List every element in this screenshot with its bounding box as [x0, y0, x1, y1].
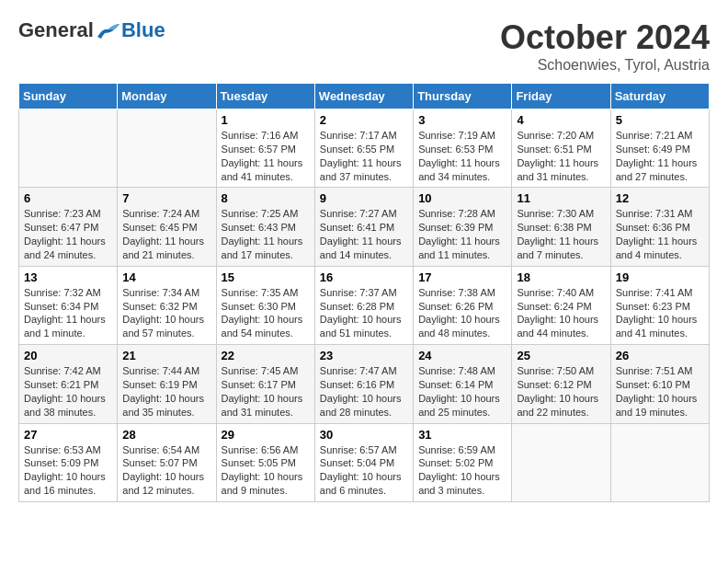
day-number: 25 — [517, 349, 605, 362]
day-number: 29 — [222, 428, 310, 442]
day-number: 28 — [122, 428, 210, 442]
sunset-text: Sunset: 6:49 PM — [616, 143, 704, 156]
calendar-cell: 13Sunrise: 7:32 AMSunset: 6:34 PMDayligh… — [19, 266, 118, 344]
sunrise-text: Sunrise: 7:37 AM — [320, 286, 408, 300]
day-info: Sunrise: 7:50 AMSunset: 6:12 PMDaylight:… — [517, 364, 605, 419]
page-header: General Blue October 2024 Schoenwies, Ty… — [18, 18, 710, 74]
sunset-text: Sunset: 6:32 PM — [122, 300, 210, 314]
sunrise-text: Sunrise: 7:25 AM — [222, 207, 310, 221]
daylight-text: Daylight: 10 hours and 44 minutes. — [517, 313, 605, 340]
day-info: Sunrise: 7:27 AMSunset: 6:41 PMDaylight:… — [320, 207, 408, 261]
calendar-week-row: 6Sunrise: 7:23 AMSunset: 6:47 PMDaylight… — [19, 188, 710, 266]
sunrise-text: Sunrise: 7:28 AM — [418, 207, 506, 221]
sunrise-text: Sunrise: 7:47 AM — [320, 364, 408, 378]
calendar-cell — [512, 423, 610, 501]
calendar-cell: 19Sunrise: 7:41 AMSunset: 6:23 PMDayligh… — [610, 266, 709, 344]
calendar-cell: 18Sunrise: 7:40 AMSunset: 6:24 PMDayligh… — [512, 266, 610, 344]
daylight-text: Daylight: 10 hours and 16 minutes. — [24, 470, 112, 498]
calendar-cell: 25Sunrise: 7:50 AMSunset: 6:12 PMDayligh… — [512, 345, 610, 423]
calendar-cell — [19, 109, 118, 188]
calendar-header-row: SundayMondayTuesdayWednesdayThursdayFrid… — [19, 84, 710, 109]
sunrise-text: Sunrise: 6:54 AM — [122, 443, 210, 457]
day-number: 21 — [122, 349, 210, 362]
day-info: Sunrise: 7:40 AMSunset: 6:24 PMDaylight:… — [517, 286, 605, 340]
calendar-cell: 9Sunrise: 7:27 AMSunset: 6:41 PMDaylight… — [314, 188, 413, 266]
sunset-text: Sunset: 5:09 PM — [24, 456, 112, 470]
sunset-text: Sunset: 6:10 PM — [616, 378, 704, 392]
sunrise-text: Sunrise: 7:44 AM — [122, 364, 210, 378]
day-info: Sunrise: 7:34 AMSunset: 6:32 PMDaylight:… — [122, 286, 210, 340]
daylight-text: Daylight: 11 hours and 27 minutes. — [616, 156, 704, 184]
calendar-cell: 3Sunrise: 7:19 AMSunset: 6:53 PMDaylight… — [414, 109, 512, 188]
sunrise-text: Sunrise: 7:45 AM — [222, 364, 310, 378]
day-info: Sunrise: 7:37 AMSunset: 6:28 PMDaylight:… — [320, 286, 408, 340]
sunrise-text: Sunrise: 7:19 AM — [418, 129, 506, 143]
logo-bird-icon — [96, 20, 121, 40]
sunset-text: Sunset: 6:28 PM — [320, 300, 408, 314]
title-section: October 2024 Schoenwies, Tyrol, Austria — [500, 18, 710, 74]
calendar-cell: 27Sunrise: 6:53 AMSunset: 5:09 PMDayligh… — [19, 423, 118, 501]
calendar-cell: 21Sunrise: 7:44 AMSunset: 6:19 PMDayligh… — [118, 345, 216, 423]
sunrise-text: Sunrise: 6:53 AM — [24, 443, 112, 457]
day-number: 1 — [222, 113, 310, 127]
sunset-text: Sunset: 5:02 PM — [418, 456, 506, 470]
sunrise-text: Sunrise: 7:42 AM — [24, 364, 112, 378]
daylight-text: Daylight: 10 hours and 48 minutes. — [418, 313, 506, 340]
day-info: Sunrise: 6:56 AMSunset: 5:05 PMDaylight:… — [222, 443, 310, 498]
logo-blue-text: Blue — [121, 18, 165, 42]
daylight-text: Daylight: 10 hours and 38 minutes. — [24, 392, 112, 419]
day-number: 8 — [222, 191, 310, 205]
day-number: 12 — [616, 191, 704, 205]
calendar-cell: 5Sunrise: 7:21 AMSunset: 6:49 PMDaylight… — [610, 109, 709, 188]
calendar-cell: 24Sunrise: 7:48 AMSunset: 6:14 PMDayligh… — [414, 345, 512, 423]
sunset-text: Sunset: 6:14 PM — [418, 378, 506, 392]
sunrise-text: Sunrise: 7:16 AM — [222, 129, 310, 143]
sunset-text: Sunset: 5:07 PM — [122, 456, 210, 470]
day-info: Sunrise: 7:45 AMSunset: 6:17 PMDaylight:… — [222, 364, 310, 419]
daylight-text: Daylight: 10 hours and 9 minutes. — [222, 470, 310, 498]
day-info: Sunrise: 7:24 AMSunset: 6:45 PMDaylight:… — [122, 207, 210, 261]
day-header-friday: Friday — [512, 84, 610, 109]
sunset-text: Sunset: 6:36 PM — [616, 221, 704, 235]
logo: General Blue — [18, 18, 165, 42]
day-info: Sunrise: 7:35 AMSunset: 6:30 PMDaylight:… — [222, 286, 310, 340]
daylight-text: Daylight: 10 hours and 28 minutes. — [320, 392, 408, 419]
day-number: 20 — [24, 349, 112, 362]
daylight-text: Daylight: 10 hours and 12 minutes. — [122, 470, 210, 498]
calendar-week-row: 20Sunrise: 7:42 AMSunset: 6:21 PMDayligh… — [19, 345, 710, 423]
day-number: 27 — [24, 428, 112, 442]
sunrise-text: Sunrise: 7:34 AM — [122, 286, 210, 300]
day-number: 17 — [418, 270, 506, 284]
sunrise-text: Sunrise: 7:27 AM — [320, 207, 408, 221]
day-info: Sunrise: 6:54 AMSunset: 5:07 PMDaylight:… — [122, 443, 210, 498]
month-title: October 2024 — [500, 18, 710, 57]
day-number: 14 — [122, 270, 210, 284]
sunrise-text: Sunrise: 7:35 AM — [222, 286, 310, 300]
sunset-text: Sunset: 6:34 PM — [24, 300, 112, 314]
daylight-text: Daylight: 10 hours and 25 minutes. — [418, 392, 506, 419]
day-number: 24 — [418, 349, 506, 362]
day-info: Sunrise: 7:19 AMSunset: 6:53 PMDaylight:… — [418, 129, 506, 183]
sunset-text: Sunset: 6:16 PM — [320, 378, 408, 392]
daylight-text: Daylight: 10 hours and 51 minutes. — [320, 313, 408, 340]
daylight-text: Daylight: 10 hours and 22 minutes. — [517, 392, 605, 419]
calendar-cell — [610, 423, 709, 501]
calendar-table: SundayMondayTuesdayWednesdayThursdayFrid… — [18, 83, 710, 502]
day-number: 16 — [320, 270, 408, 284]
day-number: 19 — [616, 270, 704, 284]
sunset-text: Sunset: 6:55 PM — [320, 143, 408, 156]
calendar-week-row: 1Sunrise: 7:16 AMSunset: 6:57 PMDaylight… — [19, 109, 710, 188]
calendar-cell: 6Sunrise: 7:23 AMSunset: 6:47 PMDaylight… — [19, 188, 118, 266]
sunrise-text: Sunrise: 7:21 AM — [616, 129, 704, 143]
sunset-text: Sunset: 5:04 PM — [320, 456, 408, 470]
sunset-text: Sunset: 6:57 PM — [222, 143, 310, 156]
daylight-text: Daylight: 11 hours and 14 minutes. — [320, 235, 408, 262]
calendar-cell: 14Sunrise: 7:34 AMSunset: 6:32 PMDayligh… — [118, 266, 216, 344]
day-header-tuesday: Tuesday — [216, 84, 314, 109]
sunrise-text: Sunrise: 7:50 AM — [517, 364, 605, 378]
calendar-cell: 20Sunrise: 7:42 AMSunset: 6:21 PMDayligh… — [19, 345, 118, 423]
calendar-cell — [118, 109, 216, 188]
daylight-text: Daylight: 10 hours and 54 minutes. — [222, 313, 310, 340]
day-number: 15 — [222, 270, 310, 284]
sunset-text: Sunset: 6:43 PM — [222, 221, 310, 235]
